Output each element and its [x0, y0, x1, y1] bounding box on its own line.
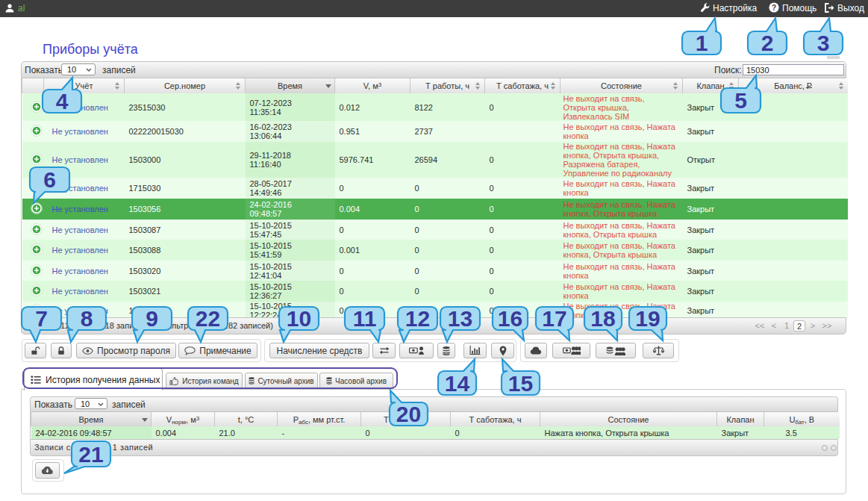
- svg-text:2: 2: [761, 31, 774, 55]
- svg-text:?: ?: [772, 4, 776, 12]
- svg-text:1: 1: [696, 31, 708, 55]
- svg-text:3: 3: [817, 31, 830, 55]
